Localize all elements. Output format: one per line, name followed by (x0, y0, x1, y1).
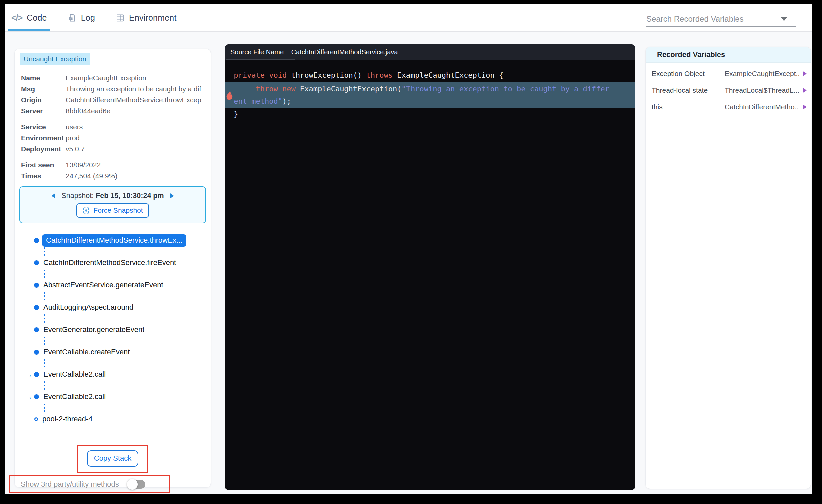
exception-panel: Uncaught Exception NameExampleCaughtExce… (14, 49, 211, 488)
detail-value: users (66, 121, 205, 132)
detail-value: 8bbf044ead6e (66, 105, 205, 116)
recorded-variables-rows: Exception ObjectExampleCaughtExcept...Th… (646, 63, 811, 115)
detail-label: Times (21, 170, 66, 181)
detail-label: Deployment (21, 143, 66, 154)
divider (19, 443, 207, 443)
snapshot-timestamp: Feb 15, 10:30:24 pm (96, 192, 164, 200)
detail-label: Server (21, 105, 66, 116)
detail-group: NameExampleCaughtExceptionMsgThrowing an… (21, 72, 205, 116)
stack-item-label-selected: CatchInDifferentMethodService.throwEx... (42, 234, 186, 247)
frame-marker-icon (34, 283, 39, 288)
exception-details: NameExampleCaughtExceptionMsgThrowing an… (21, 72, 205, 181)
log-icon (68, 13, 77, 22)
stack-connector (44, 270, 211, 278)
force-snapshot-button[interactable]: Force Snapshot (76, 203, 149, 218)
variable-value: ThreadLocal$ThreadL... (725, 86, 799, 94)
stack-item[interactable]: EventGenerator.generateEvent (23, 324, 211, 335)
detail-row: Deploymentv5.0.7 (21, 143, 205, 154)
stack-connector (44, 359, 211, 367)
stack-connector (44, 337, 211, 345)
detail-value: v5.0.7 (66, 143, 205, 154)
flame-icon (225, 90, 234, 100)
stack-connector (44, 247, 211, 256)
stack-connector (44, 404, 211, 412)
detail-row: First seen13/09/2022 (21, 159, 205, 170)
stack-item-label: EventCallable.createEvent (43, 348, 130, 356)
detail-row: Serviceusers (21, 121, 205, 132)
frame-marker-icon (34, 305, 39, 310)
frame-marker-icon (34, 372, 39, 377)
variable-value: ExampleCaughtExcept... (725, 70, 799, 78)
annotation-rect-third-party-toggle: Show 3rd party/utility methods (9, 475, 170, 493)
detail-value: Throwing an exception to be caught by a … (66, 83, 205, 94)
stack-item[interactable]: →EventCallable2.call (23, 391, 211, 402)
tab-label: Code (27, 13, 47, 23)
reentry-arrow-icon: → (23, 392, 34, 402)
detail-value: CatchInDifferentMethodService.throwExcep (66, 94, 205, 105)
detail-label: Environment (21, 132, 66, 143)
detail-group: First seen13/09/2022Times247,504 (49.9%) (21, 159, 205, 181)
tab-environment[interactable]: Environment (115, 4, 177, 31)
stack-item[interactable]: →EventCallable2.call (23, 369, 211, 380)
detail-group: ServiceusersEnvironmentprodDeploymentv5.… (21, 121, 205, 154)
force-snapshot-icon (82, 207, 90, 214)
variable-name: Thread-local state (652, 86, 725, 94)
expand-variable-icon[interactable] (803, 104, 807, 110)
code-viewer-header: Source File Name: CatchInDifferentMethod… (225, 44, 635, 60)
tab-log[interactable]: Log (67, 4, 96, 31)
variable-row[interactable]: Thread-local stateThreadLocal$ThreadL... (646, 82, 811, 99)
stack-item[interactable]: CatchInDifferentMethodService.throwEx... (23, 235, 211, 246)
app-window: </>CodeLogEnvironment Search Recorded Va… (5, 4, 812, 494)
detail-value: ExampleCaughtException (66, 72, 205, 83)
frame-marker-icon (34, 327, 39, 332)
stack-item-label: pool-2-thread-4 (42, 415, 92, 423)
variable-name: Exception Object (652, 70, 725, 78)
stack-item[interactable]: CatchInDifferentMethodService.fireEvent (23, 257, 211, 268)
chevron-down-icon (781, 17, 787, 21)
expand-variable-icon[interactable] (803, 71, 807, 76)
variable-name: this (652, 103, 725, 111)
stack-item[interactable]: EventCallable.createEvent (23, 346, 211, 358)
copy-stack-button[interactable]: Copy Stack (87, 450, 139, 467)
detail-label: First seen (21, 159, 66, 170)
detail-value: prod (66, 132, 205, 143)
variable-row[interactable]: thisCatchInDifferentMetho... (646, 99, 811, 115)
reentry-arrow-icon: → (23, 369, 34, 380)
detail-value: 13/09/2022 (66, 159, 205, 170)
third-party-toggle[interactable] (128, 480, 145, 489)
stack-connector (44, 314, 211, 323)
stack-item[interactable]: AbstractEventService.generateEvent (23, 279, 211, 291)
environment-icon (116, 13, 125, 22)
next-snapshot-button[interactable] (170, 193, 175, 199)
top-bar: </>CodeLogEnvironment Search Recorded Va… (5, 4, 812, 32)
detail-row: NameExampleCaughtException (21, 72, 205, 83)
frame-marker-icon (34, 350, 39, 355)
stack-item[interactable]: AuditLoggingAspect.around (23, 302, 211, 313)
source-file-name-value: CatchInDifferentMethodService.java (292, 48, 398, 56)
code-line: private void throwException() throws Exa… (225, 69, 635, 82)
detail-label: Origin (21, 94, 66, 105)
tab-code[interactable]: </>Code (11, 4, 48, 31)
stack-trace-list: CatchInDifferentMethodService.throwEx...… (15, 235, 211, 425)
screenshot-frame: </>CodeLogEnvironment Search Recorded Va… (0, 0, 822, 504)
exception-type-badge: Uncaught Exception (20, 53, 90, 65)
stack-connector (44, 381, 211, 390)
search-recorded-variables-select[interactable]: Search Recorded Variables (646, 12, 796, 27)
detail-row: Environmentprod (21, 132, 205, 143)
detail-row: OriginCatchInDifferentMethodService.thro… (21, 94, 205, 105)
stack-item-label: EventCallable2.call (43, 392, 106, 401)
thread-marker-icon (34, 417, 38, 421)
expand-variable-icon[interactable] (803, 88, 807, 93)
stack-item[interactable]: pool-2-thread-4 (23, 413, 211, 425)
previous-snapshot-button[interactable] (51, 193, 55, 199)
detail-row: MsgThrowing an exception to be caught by… (21, 83, 205, 94)
force-snapshot-label: Force Snapshot (93, 206, 143, 214)
detail-label: Service (21, 121, 66, 132)
variable-value: CatchInDifferentMetho... (725, 103, 799, 111)
annotation-rect-copy-stack: Copy Stack (77, 445, 149, 473)
frame-marker-icon (34, 238, 39, 243)
variable-row[interactable]: Exception ObjectExampleCaughtExcept... (646, 65, 811, 82)
snapshot-box: Snapshot: Feb 15, 10:30:24 pm Force Snap… (19, 186, 206, 223)
detail-label: Msg (21, 83, 66, 94)
snapshot-label: Snapshot: (61, 192, 94, 200)
